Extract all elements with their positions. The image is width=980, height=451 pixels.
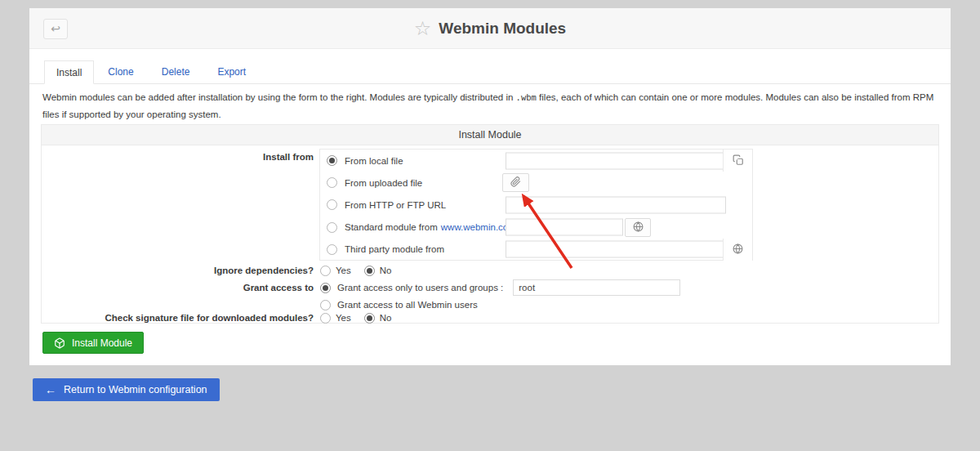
upload-file-button[interactable] bbox=[502, 173, 529, 192]
install-module-panel: Install Module Install from From local f… bbox=[41, 124, 939, 324]
no-label: No bbox=[380, 313, 392, 323]
favorite-star-icon[interactable]: ☆ bbox=[414, 19, 432, 38]
webmin-modules-page: { "header": { "title": "Webmin Modules" … bbox=[0, 0, 980, 451]
install-button-label: Install Module bbox=[72, 337, 132, 349]
content-card: ↩ ☆ Webmin Modules Install Clone Delete … bbox=[29, 8, 951, 365]
grant-users-groups-label: Grant access only to users and groups : bbox=[337, 283, 503, 292]
radio-check-sig-no[interactable] bbox=[364, 313, 375, 324]
yes-label: Yes bbox=[336, 313, 351, 323]
install-from-options: From local file From uploaded file bbox=[319, 149, 753, 261]
wbm-extension: .wbm bbox=[516, 92, 537, 102]
page-title: Webmin Modules bbox=[439, 20, 566, 38]
install-module-button[interactable]: Install Module bbox=[42, 332, 144, 354]
grant-access-all-row: Grant access to all Webmin users bbox=[42, 298, 930, 311]
ignore-dependencies-row: Ignore dependencies? Yes No bbox=[42, 264, 930, 277]
tab-install[interactable]: Install bbox=[44, 60, 94, 84]
option-row-third-party: Third party module from bbox=[320, 239, 752, 261]
title-wrap: ☆ Webmin Modules bbox=[29, 8, 951, 49]
option-label: From uploaded file bbox=[345, 178, 422, 188]
radio-check-sig-yes[interactable] bbox=[320, 313, 331, 324]
http-url-input[interactable] bbox=[506, 196, 726, 213]
local-file-input[interactable] bbox=[506, 152, 724, 169]
check-signature-label: Check signature file for downloaded modu… bbox=[42, 313, 314, 323]
option-label: From HTTP or FTP URL bbox=[345, 200, 446, 210]
option-row-http-url: From HTTP or FTP URL bbox=[320, 194, 752, 216]
radio-grant-users-groups[interactable] bbox=[320, 283, 331, 293]
radio-standard-module[interactable] bbox=[327, 222, 337, 233]
globe-icon bbox=[633, 221, 644, 234]
browse-file-button[interactable] bbox=[723, 150, 752, 172]
paperclip-icon bbox=[510, 176, 521, 189]
yes-label: Yes bbox=[336, 266, 351, 275]
option-label: Third party module from bbox=[345, 244, 444, 254]
radio-grant-all-users[interactable] bbox=[320, 300, 331, 310]
radio-from-local-file[interactable] bbox=[327, 155, 337, 166]
module-description: Webmin modules can be added after instal… bbox=[42, 89, 938, 124]
ignore-dependencies-label: Ignore dependencies? bbox=[42, 266, 314, 275]
radio-from-http-url[interactable] bbox=[327, 199, 337, 210]
globe-icon bbox=[733, 243, 743, 256]
panel-title: Install Module bbox=[42, 125, 938, 145]
grant-all-users-label: Grant access to all Webmin users bbox=[337, 300, 478, 310]
choose-standard-module-button[interactable] bbox=[625, 218, 651, 237]
tab-bar: Install Clone Delete Export bbox=[29, 61, 951, 84]
page-header: ↩ ☆ Webmin Modules bbox=[29, 8, 951, 49]
option-row-standard-module: Standard module from www.webmin.com bbox=[320, 217, 752, 239]
install-from-label: Install from bbox=[42, 152, 314, 162]
option-row-uploaded-file: From uploaded file bbox=[320, 172, 752, 194]
radio-ignore-deps-no[interactable] bbox=[364, 266, 375, 276]
tab-delete[interactable]: Delete bbox=[148, 60, 204, 83]
radio-third-party-module[interactable] bbox=[327, 244, 337, 255]
tab-export[interactable]: Export bbox=[203, 60, 260, 83]
grant-access-row: Grant access to Grant access only to use… bbox=[42, 278, 930, 297]
return-to-webmin-config-button[interactable]: ← Return to Webmin configuration bbox=[33, 378, 220, 401]
left-arrow-icon: ← bbox=[45, 383, 56, 396]
package-icon bbox=[54, 337, 65, 349]
option-label: From local file bbox=[345, 156, 403, 166]
grant-users-input[interactable] bbox=[513, 279, 680, 296]
third-party-url-input[interactable] bbox=[506, 241, 726, 258]
return-button-label: Return to Webmin configuration bbox=[64, 384, 207, 395]
copy-pages-icon bbox=[733, 154, 744, 167]
radio-ignore-deps-yes[interactable] bbox=[320, 266, 331, 276]
option-row-local-file: From local file bbox=[320, 150, 752, 172]
check-signature-row: Check signature file for downloaded modu… bbox=[42, 311, 930, 324]
grant-access-label: Grant access to bbox=[42, 283, 314, 292]
no-label: No bbox=[380, 266, 392, 275]
radio-from-uploaded-file[interactable] bbox=[327, 177, 337, 188]
option-label: Standard module from bbox=[345, 222, 438, 232]
choose-third-party-button[interactable] bbox=[723, 239, 752, 261]
tab-clone[interactable]: Clone bbox=[94, 60, 147, 83]
standard-module-input[interactable] bbox=[506, 219, 623, 236]
